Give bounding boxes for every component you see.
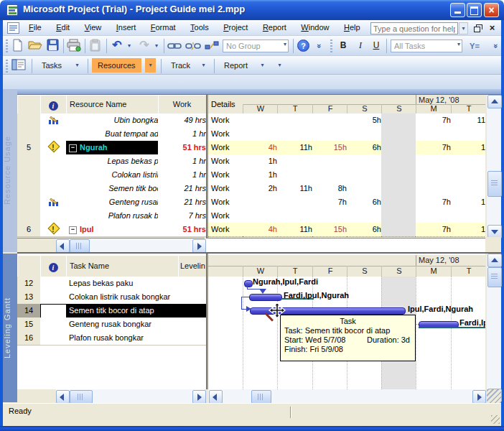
usage-cell[interactable] <box>243 209 280 223</box>
row-number[interactable] <box>17 195 41 210</box>
row-number[interactable]: 14 <box>17 304 41 318</box>
gantt-bar-task-13[interactable] <box>249 294 282 301</box>
scrollbar-thumb[interactable] <box>487 171 502 197</box>
timescale-header[interactable]: Details May 12, '08 W T F S S M T <box>208 95 485 114</box>
usage-cell[interactable] <box>347 154 384 169</box>
split-task-button[interactable] <box>204 39 220 53</box>
scroll-right-button[interactable] <box>192 239 206 253</box>
collapse-icon[interactable]: − <box>69 144 77 152</box>
indicator-column-header[interactable]: i <box>40 95 67 114</box>
usage-cell[interactable]: 6h <box>347 141 384 155</box>
save-button[interactable] <box>45 39 60 53</box>
usage-cell[interactable] <box>416 154 454 169</box>
usage-cell[interactable]: 7h <box>416 223 454 237</box>
leveling-cell[interactable] <box>178 290 206 305</box>
usage-cell[interactable]: 1 <box>451 141 485 155</box>
guide-report-dropdown[interactable]: ▾ <box>257 58 268 73</box>
work-cell[interactable]: 21 hrs <box>158 195 206 210</box>
row-number[interactable] <box>17 113 41 128</box>
leveling-cell[interactable] <box>178 277 206 291</box>
usage-cell[interactable] <box>277 113 315 128</box>
usage-cell[interactable] <box>381 154 419 169</box>
usage-cell[interactable] <box>451 168 485 182</box>
usage-cell[interactable] <box>381 209 419 223</box>
usage-cell[interactable] <box>312 113 350 128</box>
leveling-cell[interactable] <box>178 331 206 346</box>
menu-insert[interactable]: Insert <box>111 20 142 32</box>
redo-button[interactable]: ↷ <box>136 39 152 53</box>
usage-cell[interactable] <box>416 209 454 223</box>
toolbar-options-button[interactable]: ▾ <box>274 58 285 73</box>
indicator-cell[interactable]: ! <box>40 141 67 155</box>
task-name-cell[interactable]: Colokan listrik rusak bongkar <box>66 290 185 305</box>
toolbar-grip[interactable] <box>330 40 332 52</box>
row-number[interactable] <box>17 209 41 223</box>
menu-tools[interactable]: Tools <box>185 20 215 32</box>
indicator-cell[interactable] <box>40 290 67 305</box>
usage-cell[interactable] <box>381 182 419 196</box>
menu-edit[interactable]: Edit <box>50 20 75 32</box>
usage-cell[interactable]: 4h <box>243 223 280 237</box>
usage-cell[interactable] <box>347 209 384 223</box>
row-number[interactable]: 5 <box>17 141 41 155</box>
bottom-left-horizontal-scrollbar[interactable] <box>56 389 205 403</box>
usage-cell[interactable]: 11 <box>451 113 485 128</box>
row-number[interactable] <box>17 168 41 182</box>
usage-cell[interactable] <box>381 195 419 210</box>
guide-track-dropdown[interactable]: ▾ <box>198 58 209 73</box>
undo-button[interactable]: ↶ <box>109 39 125 53</box>
guide-resources-dropdown[interactable]: ▾ <box>145 58 156 73</box>
indicator-cell[interactable] <box>40 113 67 128</box>
resource-name-cell[interactable]: Lepas bekas p. <box>66 154 164 169</box>
group-by-combobox[interactable]: ▾No Group <box>223 40 289 52</box>
usage-cell[interactable] <box>277 154 315 169</box>
indicator-cell-active[interactable] <box>40 304 67 319</box>
work-cell[interactable]: 21 hrs <box>158 182 206 196</box>
usage-cell[interactable] <box>381 113 419 128</box>
usage-cell[interactable] <box>347 127 384 142</box>
scroll-left-button[interactable] <box>56 239 70 253</box>
work-cell[interactable]: 7 hrs <box>158 209 206 223</box>
row-number[interactable]: 12 <box>17 277 41 291</box>
usage-cell[interactable] <box>277 127 315 142</box>
task-name-cell[interactable]: Lepas bekas paku <box>66 277 185 291</box>
usage-cell[interactable] <box>312 209 350 223</box>
timescale-header[interactable]: May 12, '08 W T F S S M T <box>208 255 485 277</box>
row-number[interactable]: 15 <box>17 318 41 332</box>
top-horizontal-scrollbar[interactable] <box>56 238 205 252</box>
usage-cell[interactable]: 11h <box>277 182 315 196</box>
resource-name-cell[interactable]: Buat tempat ad. <box>66 127 164 142</box>
menu-window[interactable]: Window <box>295 20 335 32</box>
usage-cell[interactable]: 15h <box>312 223 350 237</box>
indicator-cell[interactable] <box>40 127 67 142</box>
usage-cell[interactable] <box>243 195 280 210</box>
help-search-input[interactable] <box>370 22 458 34</box>
scroll-up-button[interactable] <box>487 254 502 267</box>
work-column-header[interactable]: Work <box>158 95 206 114</box>
usage-cell[interactable]: 15h <box>312 141 350 155</box>
help-button[interactable]: ? <box>297 40 309 52</box>
paste-button[interactable] <box>88 39 103 53</box>
resource-name-cell[interactable]: Ubin bongkar <box>66 113 164 128</box>
indicator-column-header[interactable]: i <box>40 255 67 277</box>
usage-cell[interactable] <box>381 223 419 237</box>
usage-cell[interactable] <box>312 154 350 169</box>
guide-track-button[interactable]: Track <box>165 58 196 73</box>
toolbar-grip[interactable] <box>6 60 8 73</box>
usage-cell[interactable] <box>347 182 384 196</box>
usage-cell[interactable]: 11h <box>277 223 315 237</box>
new-button[interactable] <box>9 39 25 53</box>
usage-cell[interactable]: 7h <box>312 195 350 210</box>
indicator-cell[interactable] <box>40 195 67 210</box>
usage-cell[interactable]: 6h <box>347 223 384 237</box>
collapse-icon[interactable]: − <box>69 226 77 234</box>
italic-button[interactable]: I <box>353 40 368 52</box>
usage-cell[interactable] <box>243 127 280 142</box>
close-document-button[interactable]: × <box>487 22 498 34</box>
indicator-cell[interactable] <box>40 154 67 169</box>
row-number[interactable] <box>17 127 41 142</box>
usage-cell[interactable]: 7h <box>416 113 454 128</box>
help-dropdown-button[interactable]: ▾ <box>459 22 468 34</box>
guide-resources-button[interactable]: Resources <box>92 58 141 73</box>
menu-view[interactable]: View <box>79 20 108 32</box>
